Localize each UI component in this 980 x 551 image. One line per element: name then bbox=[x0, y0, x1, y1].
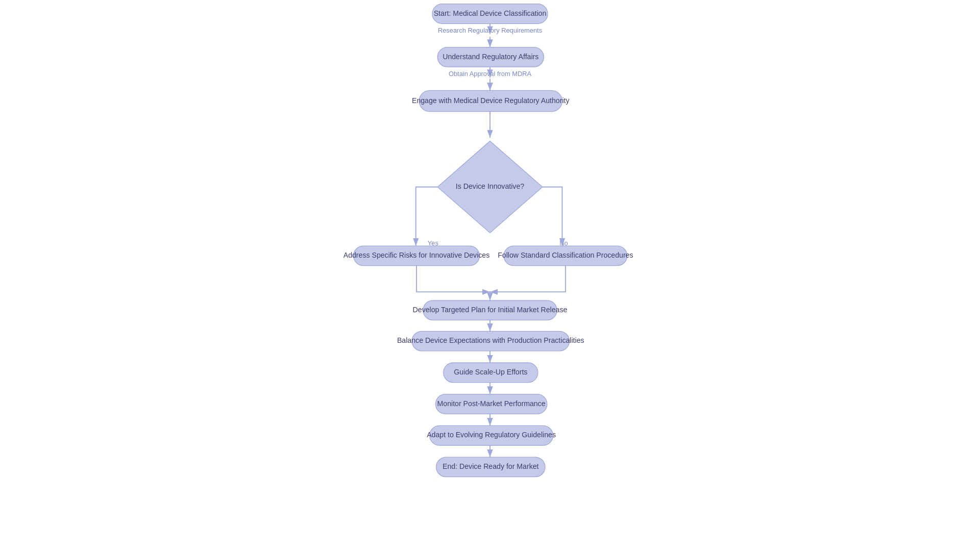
label-research: Research Regulatory Requirements bbox=[438, 27, 542, 34]
adapt-text: Adapt to Evolving Regulatory Guidelines bbox=[427, 431, 556, 439]
monitor-text: Monitor Post-Market Performance bbox=[437, 399, 546, 408]
understand-node-text: Understand Regulatory Affairs bbox=[443, 53, 538, 61]
arrow-yes bbox=[416, 187, 437, 246]
label-obtain: Obtain Approval from MDRA bbox=[449, 70, 531, 78]
arrow-yes-merge bbox=[416, 266, 490, 292]
balance-text: Balance Device Expectations with Product… bbox=[397, 336, 584, 344]
engage-node-text: Engage with Medical Device Regulatory Au… bbox=[412, 96, 570, 105]
arrow-no bbox=[543, 187, 562, 246]
start-node-text: Start: Medical Device Classification bbox=[434, 9, 547, 17]
develop-plan-text: Develop Targeted Plan for Initial Market… bbox=[413, 306, 568, 314]
address-risks-text: Address Specific Risks for Innovative De… bbox=[344, 251, 490, 259]
guide-scaleup-text: Guide Scale-Up Efforts bbox=[454, 368, 527, 376]
diamond-node-text: Is Device Innovative? bbox=[456, 182, 524, 190]
follow-standard-text: Follow Standard Classification Procedure… bbox=[498, 251, 633, 259]
end-node-text: End: Device Ready for Market bbox=[443, 462, 538, 470]
arrow-no-merge bbox=[490, 266, 566, 292]
flowchart-container: Start: Medical Device Classification Res… bbox=[0, 0, 980, 551]
